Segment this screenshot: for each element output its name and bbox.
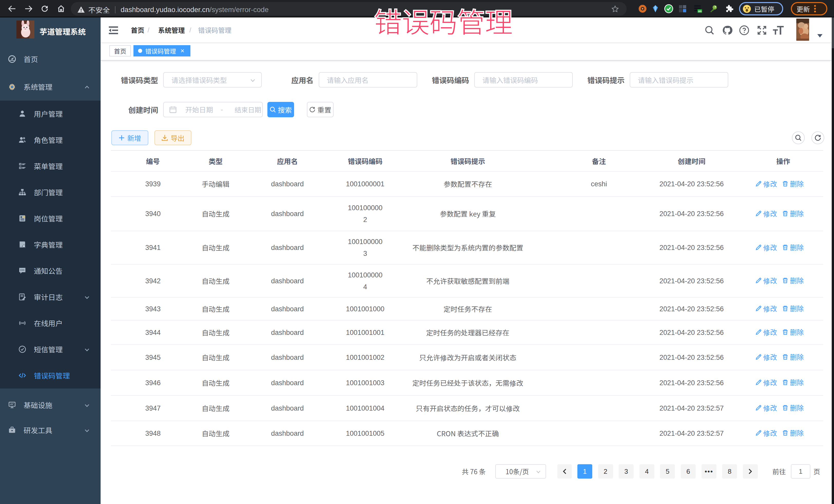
svg-text:on: on bbox=[698, 9, 701, 13]
